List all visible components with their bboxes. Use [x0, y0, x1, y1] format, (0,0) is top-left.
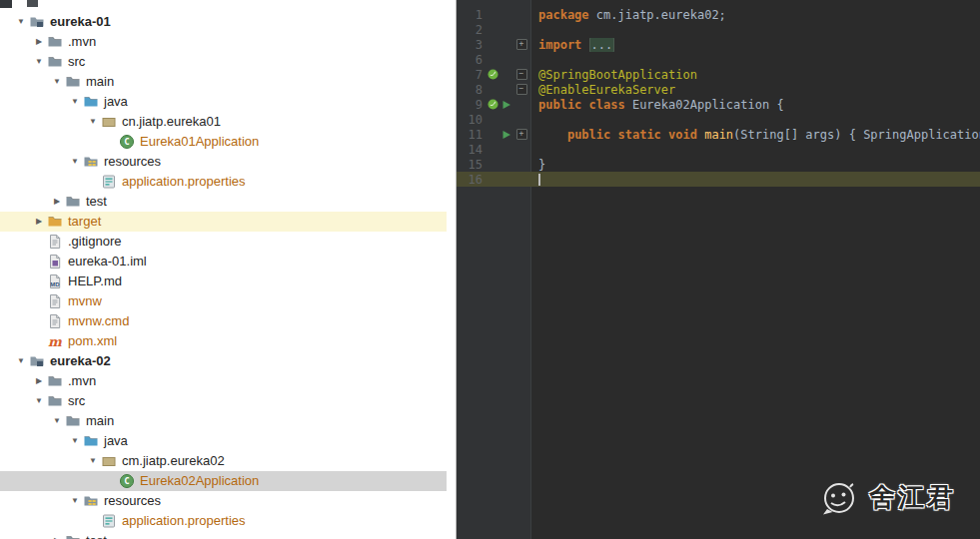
tree-row[interactable]: ▶test [0, 531, 447, 539]
tree-row[interactable]: application.properties [0, 172, 447, 192]
tree-item-label: java [104, 92, 128, 112]
tree-row[interactable]: ▼main [0, 411, 447, 431]
line-number: 6 [457, 53, 485, 67]
fold-minus-icon[interactable]: − [512, 84, 530, 95]
chevron-down-icon[interactable]: ▼ [86, 112, 100, 132]
chevron-right-icon[interactable]: ▶ [32, 212, 46, 232]
watermark-text: 舍江君 [869, 480, 956, 515]
fold-plus-icon[interactable]: + [512, 129, 530, 140]
chevron-down-icon[interactable]: ▼ [68, 431, 82, 451]
tree-row[interactable]: ▼resources [0, 491, 447, 511]
tree-row[interactable]: ▼eureka-02 [0, 351, 447, 371]
run-arrow-icon[interactable] [500, 129, 511, 140]
tree-row[interactable]: ▼resources [0, 152, 447, 172]
chevron-down-icon[interactable]: ▼ [68, 152, 82, 172]
tree-row[interactable]: CEureka01Application [0, 132, 447, 152]
tree-row[interactable]: ▶target [0, 212, 447, 232]
code-text: public class Eureka02Application { [530, 98, 980, 112]
chevron-down-icon[interactable]: ▼ [50, 411, 64, 431]
editor-line[interactable]: 9public class Eureka02Application { [457, 97, 980, 112]
project-tree[interactable]: ▼eureka-01▶.mvn▼src▼main▼java▼cn.jiatp.e… [0, 12, 456, 539]
tree-item-label: main [86, 72, 114, 92]
tree-row[interactable]: ▼eureka-01 [0, 12, 447, 32]
editor-line[interactable]: 1package cm.jiatp.eureka02; [457, 7, 980, 22]
chevron-right-icon[interactable]: ▶ [32, 371, 46, 391]
chat-face-icon [819, 477, 859, 517]
tree-row[interactable]: MDHELP.md [0, 271, 447, 291]
tree-row[interactable]: ▼java [0, 431, 447, 451]
folder-icon [46, 34, 63, 50]
gutter-spacer [488, 129, 498, 140]
folder-icon [64, 74, 81, 90]
tree-item-label: resources [104, 491, 161, 511]
tree-row[interactable]: ▼main [0, 72, 447, 92]
chevron-right-icon[interactable]: ▶ [50, 531, 64, 539]
tree-item-label: .mvn [68, 371, 96, 391]
tree-row[interactable]: mvnw [0, 291, 447, 311]
maven-icon: m [46, 333, 63, 349]
tree-item-label: application.properties [122, 511, 246, 531]
chevron-right-icon[interactable]: ▶ [50, 192, 64, 212]
tree-row[interactable]: application.properties [0, 511, 447, 531]
editor-line[interactable]: 6 [457, 52, 980, 67]
java-folder-icon [82, 433, 99, 449]
spring-bean-icon[interactable] [488, 99, 498, 110]
tree-row[interactable]: ▼cn.jiatp.eureka01 [0, 112, 447, 132]
folder-icon [64, 533, 81, 539]
line-number: 14 [457, 143, 485, 157]
tree-row[interactable]: mvnw.cmd [0, 311, 447, 331]
chevron-down-icon[interactable]: ▼ [32, 52, 46, 72]
folder-icon [64, 194, 81, 210]
class-icon: C [118, 473, 135, 489]
code-editor[interactable]: 1package cm.jiatp.eureka02;23+import ...… [457, 0, 980, 539]
tree-row[interactable]: ▶test [0, 192, 447, 212]
tree-item-label: Eureka01Application [140, 132, 259, 152]
folder-icon [46, 54, 63, 70]
chevron-down-icon[interactable]: ▼ [32, 391, 46, 411]
chevron-down-icon[interactable]: ▼ [14, 351, 28, 371]
editor-line[interactable]: 3+import ... [457, 37, 980, 52]
line-number: 3 [457, 38, 485, 52]
watermark: 舍江君 [819, 477, 956, 517]
tree-row[interactable]: ▶.mvn [0, 371, 447, 391]
clipped-toolbar-icon [0, 0, 12, 8]
fold-plus-icon[interactable]: + [512, 39, 530, 50]
tree-item-label: cm.jiatp.eureka02 [122, 451, 225, 471]
editor-line[interactable]: 7−@SpringBootApplication [457, 67, 980, 82]
run-arrow-icon[interactable] [500, 99, 511, 110]
line-number: 10 [457, 113, 485, 127]
chevron-down-icon[interactable]: ▼ [68, 491, 82, 511]
tree-row[interactable]: .gitignore [0, 232, 447, 252]
chevron-down-icon[interactable]: ▼ [86, 451, 100, 471]
editor-line[interactable]: 8−@EnableEurekaServer [457, 82, 980, 97]
tree-row[interactable]: ▼src [0, 52, 447, 72]
chevron-down-icon[interactable]: ▼ [50, 72, 64, 92]
tree-item-label: eureka-01.iml [68, 252, 147, 271]
tree-row[interactable]: mpom.xml [0, 331, 447, 351]
editor-line[interactable]: 10 [457, 112, 980, 127]
tree-row[interactable]: eureka-01.iml [0, 252, 447, 271]
chevron-right-icon[interactable]: ▶ [32, 32, 46, 52]
tree-row[interactable]: CEureka02Application [0, 471, 447, 491]
fold-minus-icon[interactable]: − [512, 69, 530, 80]
editor-line[interactable]: 14 [457, 142, 980, 157]
editor-line[interactable]: 15} [457, 157, 980, 172]
chevron-down-icon[interactable]: ▼ [68, 92, 82, 112]
spring-bean-icon[interactable] [488, 69, 498, 80]
code-text [530, 173, 980, 187]
tree-row[interactable]: ▶.mvn [0, 32, 447, 52]
tree-row[interactable]: ▼src [0, 391, 447, 411]
tree-item-label: resources [104, 152, 161, 172]
resources-folder-icon [82, 154, 99, 170]
editor-line[interactable]: 11+ public static void main(String[] arg… [457, 127, 980, 142]
tree-row[interactable]: ▼cm.jiatp.eureka02 [0, 451, 447, 471]
gutter-icons [485, 99, 512, 110]
java-folder-icon [82, 94, 99, 110]
chevron-down-icon[interactable]: ▼ [14, 12, 28, 32]
tree-item-label: mvnw [68, 291, 102, 311]
editor-line[interactable]: 16 [457, 172, 980, 187]
tree-row[interactable]: ▼java [0, 92, 447, 112]
svg-text:m: m [48, 334, 62, 349]
editor-line[interactable]: 2 [457, 22, 980, 37]
tree-item-label: eureka-01 [50, 12, 111, 32]
